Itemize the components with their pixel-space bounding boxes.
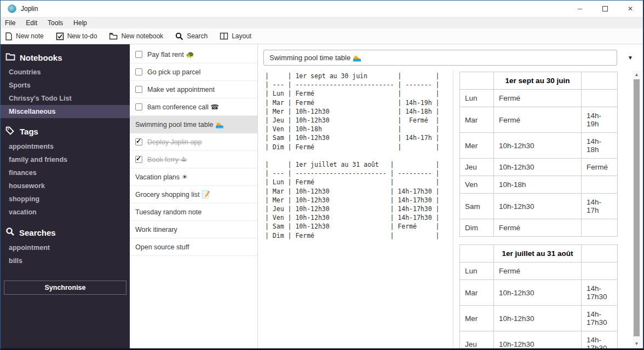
chevron-down-icon[interactable]: ▼ bbox=[628, 55, 633, 61]
window-title: Joplin bbox=[21, 5, 38, 13]
vertical-scrollbar[interactable]: ▲ ▼ bbox=[633, 71, 641, 348]
table-row: 1er sept au 30 juin bbox=[460, 72, 618, 90]
table-row: MarFermé14h-19h bbox=[460, 107, 618, 133]
note-title: Tuesday random note bbox=[135, 208, 202, 216]
table-row: Ven10h-18h bbox=[460, 176, 618, 194]
table-cell: Mar bbox=[460, 280, 494, 306]
menu-item-file[interactable]: File bbox=[5, 19, 15, 27]
sidebar-item-sports[interactable]: Sports bbox=[1, 79, 130, 92]
table-cell: 14h-17h30 bbox=[582, 306, 618, 331]
table-cell: Mar bbox=[460, 107, 494, 133]
minimize-button[interactable]: ─ bbox=[567, 1, 593, 17]
new-notebook-label: New notebook bbox=[121, 32, 163, 40]
layout-icon bbox=[220, 32, 228, 40]
todo-checkbox[interactable] bbox=[135, 103, 142, 110]
note-title: Pay flat rent 🐢 bbox=[147, 50, 194, 59]
note-title: 8am conference call ☎ bbox=[147, 103, 219, 111]
table-cell: Mer bbox=[460, 306, 494, 331]
table-cell: Ven bbox=[460, 176, 494, 194]
rendered-note-view: 1er sept au 30 juin LunFermé MarFermé14h… bbox=[459, 72, 633, 348]
todo-checkbox[interactable] bbox=[135, 68, 142, 75]
table-cell: Dim bbox=[460, 219, 494, 237]
note-title-row: ▼ bbox=[263, 50, 637, 66]
table-row: LunFermé bbox=[460, 262, 618, 280]
folder-icon bbox=[5, 52, 15, 62]
scroll-down-arrow-icon[interactable]: ▼ bbox=[633, 340, 641, 347]
note-row-deploy-joplin-app[interactable]: Deploy Joplin app bbox=[130, 133, 257, 151]
menu-item-help[interactable]: Help bbox=[73, 19, 87, 27]
new-todo-icon bbox=[56, 32, 64, 40]
tags-header[interactable]: Tags bbox=[1, 118, 130, 140]
sidebar-tag-appointments[interactable]: appointments bbox=[1, 140, 130, 153]
note-row-work-itinerary[interactable]: Work itinerary bbox=[130, 221, 257, 238]
note-title: Vacation plans ☀ bbox=[135, 173, 188, 181]
note-title: Swimming pool time table 🏊 bbox=[135, 120, 224, 129]
maximize-button[interactable] bbox=[593, 1, 618, 17]
scrollbar-thumb[interactable] bbox=[634, 79, 640, 336]
sidebar-search-appointment[interactable]: appointment bbox=[1, 241, 130, 254]
table-cell: 10h-12h30 bbox=[494, 331, 582, 349]
menu-bar: File Edit Tools Help bbox=[1, 17, 643, 28]
table-row: DimFermé bbox=[460, 219, 618, 237]
sidebar-tag-vacation[interactable]: vacation bbox=[1, 206, 130, 219]
todo-checkbox-checked[interactable] bbox=[135, 156, 142, 163]
table-cell: 10h-18h bbox=[494, 176, 582, 194]
note-row-book-ferry[interactable]: Book ferry ⛴ bbox=[130, 151, 257, 168]
table-cell: 14h-18h bbox=[582, 133, 618, 159]
menu-item-edit[interactable]: Edit bbox=[26, 19, 37, 27]
table-cell: Fermé bbox=[494, 107, 582, 133]
search-label: Search bbox=[187, 32, 208, 40]
new-notebook-icon bbox=[109, 32, 118, 40]
todo-checkbox-checked[interactable] bbox=[135, 138, 142, 145]
menu-item-tools[interactable]: Tools bbox=[48, 19, 63, 27]
close-button[interactable]: ✕ bbox=[618, 1, 643, 17]
note-row-make-vet-appointment[interactable]: Make vet appointment bbox=[130, 81, 257, 98]
note-row-grocery-shopping-list[interactable]: Grocery shopping list 📝 bbox=[130, 186, 257, 203]
title-bar: Joplin ─ ✕ bbox=[1, 1, 643, 17]
markdown-editor[interactable]: | | 1er sept au 30 juin | | | --- | ----… bbox=[265, 72, 454, 348]
note-title: Work itinerary bbox=[135, 226, 177, 234]
table-cell: 10h-12h30 bbox=[494, 306, 582, 331]
new-todo-button[interactable]: New to-do bbox=[56, 32, 97, 40]
table-cell: Lun bbox=[460, 90, 494, 107]
table-cell bbox=[460, 245, 494, 262]
sidebar-item-countries[interactable]: Countries bbox=[1, 66, 130, 79]
note-row-swimming-pool-time-table[interactable]: Swimming pool time table 🏊 bbox=[130, 116, 257, 133]
layout-button[interactable]: Layout bbox=[220, 32, 251, 40]
sidebar-tag-family-and-friends[interactable]: family and friends bbox=[1, 153, 130, 166]
new-notebook-button[interactable]: New notebook bbox=[109, 32, 163, 40]
search-icon bbox=[5, 227, 15, 238]
sidebar-tag-finances[interactable]: finances bbox=[1, 166, 130, 179]
table-row: 1er juillet au 31 août bbox=[460, 245, 618, 262]
note-title: Grocery shopping list 📝 bbox=[135, 190, 210, 199]
note-row-go-pick-up-parcel[interactable]: Go pick up parcel bbox=[130, 63, 257, 81]
note-row-pay-flat-rent[interactable]: Pay flat rent 🐢 bbox=[130, 46, 257, 63]
todo-checkbox[interactable] bbox=[135, 86, 142, 93]
sidebar-item-miscellaneous[interactable]: Miscellaneous bbox=[1, 105, 130, 118]
table-cell: Fermé bbox=[494, 90, 582, 107]
searches-header-label: Searches bbox=[19, 228, 56, 237]
note-row-tuesday-random-note[interactable]: Tuesday random note bbox=[130, 203, 257, 221]
table-row: Mer10h-12h3014h-18h bbox=[460, 133, 618, 159]
search-button[interactable]: Search bbox=[175, 32, 208, 40]
sidebar-tag-shopping[interactable]: shopping bbox=[1, 192, 130, 206]
table-cell: Mer bbox=[460, 133, 494, 159]
note-row-8am-conference-call[interactable]: 8am conference call ☎ bbox=[130, 98, 257, 116]
main-area: Notebooks Countries Sports Chrissy's Tod… bbox=[1, 44, 643, 348]
sidebar-item-chrissys-todo-list[interactable]: Chrissy's Todo List bbox=[1, 92, 130, 105]
synchronise-button[interactable]: Synchronise bbox=[4, 281, 127, 295]
new-note-button[interactable]: New note bbox=[5, 32, 44, 40]
table-cell bbox=[582, 245, 618, 262]
todo-checkbox[interactable] bbox=[135, 51, 142, 58]
note-title-input[interactable] bbox=[263, 50, 617, 66]
note-row-vacation-plans[interactable]: Vacation plans ☀ bbox=[130, 168, 257, 186]
note-row-open-source-stuff[interactable]: Open source stuff bbox=[130, 238, 257, 256]
sidebar-tag-housework[interactable]: housework bbox=[1, 179, 130, 192]
searches-header[interactable]: Searches bbox=[1, 219, 130, 241]
sidebar-search-bills[interactable]: bills bbox=[1, 254, 130, 267]
joplin-app-icon bbox=[8, 4, 16, 13]
joplin-window: Joplin ─ ✕ File Edit Tools Help New note… bbox=[0, 0, 644, 350]
scroll-up-arrow-icon[interactable]: ▲ bbox=[633, 71, 641, 78]
notebooks-header[interactable]: Notebooks bbox=[1, 44, 130, 66]
pane-divider bbox=[453, 71, 453, 348]
